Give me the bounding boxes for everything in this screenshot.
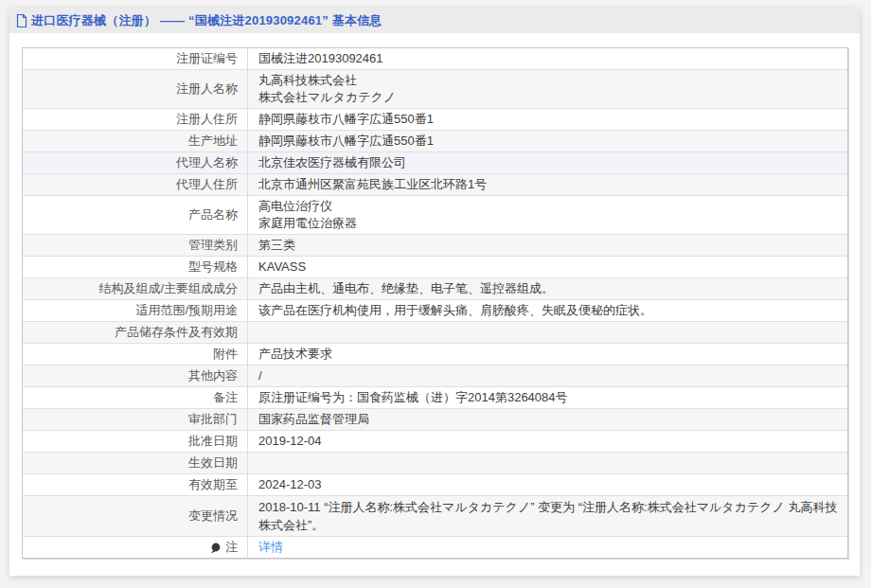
table-row: 其他内容 /: [23, 365, 847, 387]
info-table: 注册证编号 国械注进20193092461 注册人名称 丸高科技株式会社 株式会…: [22, 47, 848, 559]
document-icon: [16, 14, 27, 27]
row-label: 代理人住所: [23, 174, 248, 195]
row-label: 结构及组成/主要组成成分: [23, 278, 248, 299]
row-label: 产品名称: [23, 196, 248, 234]
row-label: 代理人名称: [23, 152, 248, 173]
row-value: 国械注进20193092461: [248, 48, 847, 69]
table-row: 型号规格 KAVASS: [23, 257, 847, 278]
row-value: 2018-10-11 “注册人名称:株式会社マルタカテクノ” 变更为 “注册人名…: [248, 496, 847, 536]
page-title: 进口医疗器械（注册） —— “国械注进20193092461” 基本信息: [31, 12, 382, 29]
table-row: 有效期至 2024-12-03: [23, 474, 847, 496]
row-value: 北京佳农医疗器械有限公司: [248, 152, 847, 173]
row-value: 国家药品监督管理局: [248, 409, 847, 430]
row-label: 管理类别: [23, 235, 248, 256]
table-row: 代理人名称 北京佳农医疗器械有限公司: [23, 152, 847, 174]
row-value: 静岡県藤枝市八幡字広通550番1: [248, 131, 847, 151]
table-row: 产品名称 高电位治疗仪 家庭用電位治療器: [23, 196, 847, 235]
table-row: 注 详情: [23, 537, 847, 558]
row-value: [248, 322, 847, 343]
table-row: 注册人住所 静岡県藤枝市八幡字広通550番1: [23, 109, 847, 131]
table-row: 适用范围/预期用途 该产品在医疗机构使用，用于缓解头痛、肩膀酸疼、失眠及便秘的症…: [23, 300, 847, 322]
row-label: 有效期至: [23, 474, 248, 495]
row-value: 原注册证编号为：国食药监械（进）字2014第3264084号: [248, 387, 847, 408]
row-value: KAVASS: [248, 257, 847, 277]
table-row: 产品储存条件及有效期: [23, 322, 847, 344]
table-row: 附件 产品技术要求: [23, 344, 847, 365]
table-row: 结构及组成/主要组成成分 产品由主机、通电布、绝缘垫、电子笔、遥控器组成。: [23, 278, 847, 300]
table-row: 生效日期: [23, 453, 847, 474]
row-label: 型号规格: [23, 257, 248, 277]
detail-link[interactable]: 详情: [258, 539, 283, 556]
row-value: 2024-12-03: [248, 474, 847, 495]
table-row: 变更情况 2018-10-11 “注册人名称:株式会社マルタカテクノ” 变更为 …: [23, 496, 847, 537]
row-label: 注册证编号: [23, 48, 248, 69]
row-label: 适用范围/预期用途: [23, 300, 248, 321]
table-row: 备注 原注册证编号为：国食药监械（进）字2014第3264084号: [23, 387, 847, 409]
table-row: 批准日期 2019-12-04: [23, 431, 847, 453]
row-value: 北京市通州区聚富苑民族工业区北环路1号: [248, 174, 847, 195]
row-label: 生效日期: [23, 453, 248, 473]
row-label: 注册人名称: [23, 70, 248, 108]
table-row: 管理类别 第三类: [23, 235, 847, 257]
table-row: 代理人住所 北京市通州区聚富苑民族工业区北环路1号: [23, 174, 847, 196]
row-label: 备注: [23, 387, 248, 408]
row-label: 附件: [23, 344, 248, 365]
row-value: 第三类: [248, 235, 847, 256]
row-value: 静岡県藤枝市八幡字広通550番1: [248, 109, 847, 130]
row-value: 2019-12-04: [248, 431, 847, 452]
row-value: 高电位治疗仪 家庭用電位治療器: [248, 196, 847, 234]
row-value: 详情: [248, 537, 847, 558]
table-row: 注册人名称 丸高科技株式会社 株式会社マルタカテクノ: [23, 70, 847, 109]
row-label: 生产地址: [23, 131, 248, 151]
row-value: 产品技术要求: [248, 344, 847, 365]
row-label: 批准日期: [23, 431, 248, 452]
table-row: 注册证编号 国械注进20193092461: [23, 48, 847, 70]
row-label: 产品储存条件及有效期: [23, 322, 248, 343]
table-row: 生产地址 静岡県藤枝市八幡字広通550番1: [23, 131, 847, 152]
content-panel: 进口医疗器械（注册） —— “国械注进20193092461” 基本信息 注册证…: [9, 8, 860, 576]
row-value: 丸高科技株式会社 株式会社マルタカテクノ: [248, 70, 847, 108]
row-label: 变更情况: [23, 496, 248, 536]
table-row: 审批部门 国家药品监督管理局: [23, 409, 847, 431]
row-value: [248, 453, 847, 473]
row-value: 产品由主机、通电布、绝缘垫、电子笔、遥控器组成。: [248, 278, 847, 299]
row-value: /: [248, 365, 847, 386]
row-label: 注册人住所: [23, 109, 248, 130]
row-label: 注: [23, 537, 248, 558]
row-label: 其他内容: [23, 365, 248, 386]
row-value: 该产品在医疗机构使用，用于缓解头痛、肩膀酸疼、失眠及便秘的症状。: [248, 300, 847, 321]
note-icon: [210, 543, 221, 554]
row-label: 审批部门: [23, 409, 248, 430]
page-header: 进口医疗器械（注册） —— “国械注进20193092461” 基本信息: [9, 8, 860, 33]
